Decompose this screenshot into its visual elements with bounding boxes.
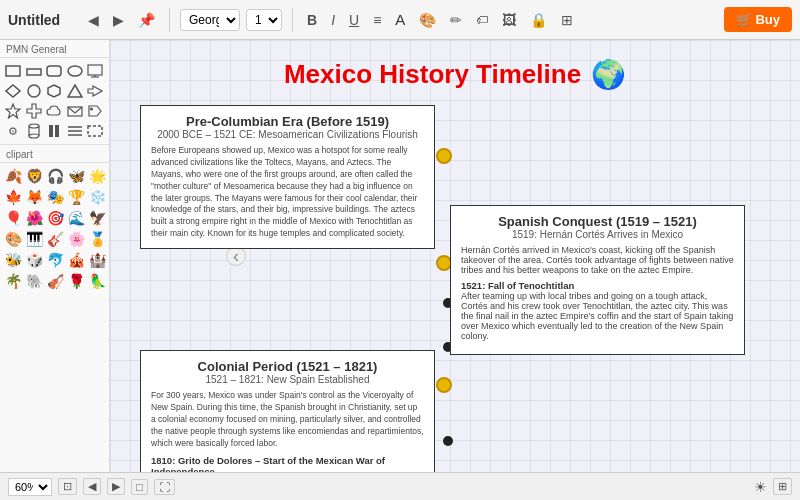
globe-icon: 🌍 [591, 58, 626, 91]
shape-mail1[interactable] [66, 102, 84, 120]
clipart-item-4[interactable]: 🦋 [67, 167, 85, 185]
shape-triangle1[interactable] [66, 82, 84, 100]
page-view-button[interactable]: □ [131, 479, 148, 495]
clipart-item-26[interactable]: 🌴 [4, 272, 22, 290]
svg-rect-1 [27, 69, 41, 75]
shape-rect2[interactable] [25, 62, 43, 80]
svg-point-18 [29, 134, 39, 138]
shape-arrow1[interactable] [86, 82, 104, 100]
clipart-item-3[interactable]: 🎧 [46, 167, 64, 185]
colonial-body1: For 300 years, Mexico was under Spain's … [151, 390, 424, 449]
clipart-item-15[interactable]: 🦅 [88, 209, 106, 227]
zoom-fit-button[interactable]: ⊡ [58, 478, 77, 495]
clipart-item-18[interactable]: 🎸 [46, 230, 64, 248]
clipart-item-12[interactable]: 🌺 [25, 209, 43, 227]
clipart-item-5[interactable]: 🌟 [88, 167, 106, 185]
clipart-item-27[interactable]: 🐘 [25, 272, 43, 290]
shape-hexagon1[interactable] [45, 82, 63, 100]
badge-button[interactable]: 🏷 [472, 11, 492, 29]
grid-button[interactable]: ⊞ [557, 10, 577, 30]
clipart-item-11[interactable]: 🎈 [4, 209, 22, 227]
clipart-item-28[interactable]: 🎻 [46, 272, 64, 290]
precolumbian-title: Pre-Columbian Era (Before 1519) [151, 114, 424, 129]
clipart-item-22[interactable]: 🎲 [25, 251, 43, 269]
underline-button[interactable]: U [345, 10, 363, 30]
redo-button[interactable]: ▶ [109, 10, 128, 30]
clipart-item-21[interactable]: 🐝 [4, 251, 22, 269]
svg-marker-11 [88, 86, 102, 96]
svg-marker-12 [6, 104, 20, 118]
shape-pause1[interactable] [45, 122, 63, 140]
svg-rect-24 [88, 126, 102, 136]
grid-toggle-button[interactable]: ⊞ [773, 478, 792, 495]
prev-page-button[interactable]: ◀ [83, 478, 101, 495]
timeline-title: Mexico History Timeline 🌍 [284, 58, 626, 91]
lock-button[interactable]: 🔒 [526, 10, 551, 30]
clipart-item-7[interactable]: 🦊 [25, 188, 43, 206]
colonial-dot-black-1 [443, 436, 453, 446]
svg-rect-4 [88, 65, 102, 75]
shape-rect1[interactable] [4, 62, 22, 80]
shape-cloud1[interactable] [45, 102, 63, 120]
canvas[interactable]: ‹ Mexico History Timeline 🌍 Pre-Columbia… [110, 40, 800, 472]
clipart-item-23[interactable]: 🐬 [46, 251, 64, 269]
shape-monitor[interactable] [86, 62, 104, 80]
pen-button[interactable]: ✏ [446, 10, 466, 30]
precolumbian-box[interactable]: Pre-Columbian Era (Before 1519) 2000 BCE… [140, 105, 435, 249]
font-family-select[interactable]: Georgia Arial Times [180, 9, 240, 31]
buy-button[interactable]: 🛒 Buy [724, 7, 792, 32]
svg-marker-7 [6, 85, 20, 97]
spanish-title: Spanish Conquest (1519 – 1521) [461, 214, 734, 229]
text-color-button[interactable]: A [391, 9, 409, 30]
clipart-item-6[interactable]: 🍁 [4, 188, 22, 206]
clipart-item-14[interactable]: 🌊 [67, 209, 85, 227]
clipart-item-29[interactable]: 🌹 [67, 272, 85, 290]
svg-marker-10 [68, 85, 82, 97]
clipart-item-9[interactable]: 🏆 [67, 188, 85, 206]
clipart-item-16[interactable]: 🎨 [4, 230, 22, 248]
zoom-select[interactable]: 60% 75% 100% 125% 150% [8, 478, 52, 496]
shape-cross1[interactable] [25, 102, 43, 120]
colonial-box[interactable]: Colonial Period (1521 – 1821) 1521 – 182… [140, 350, 435, 472]
pin-button[interactable]: 📌 [134, 10, 159, 30]
italic-button[interactable]: I [327, 10, 339, 30]
colonial-title: Colonial Period (1521 – 1821) [151, 359, 424, 374]
clipart-item-13[interactable]: 🎯 [46, 209, 64, 227]
shape-lines1[interactable] [66, 122, 84, 140]
spanish-box[interactable]: Spanish Conquest (1519 – 1521) 1519: Her… [450, 205, 745, 355]
clipart-item-10[interactable]: ❄️ [88, 188, 106, 206]
sidebar-general-label: PMN General [0, 40, 109, 58]
clipart-item-2[interactable]: 🦁 [25, 167, 43, 185]
color-fill-button[interactable]: 🎨 [415, 10, 440, 30]
spanish-body2: After teaming up with local tribes and g… [461, 291, 734, 341]
shape-circle1[interactable] [25, 82, 43, 100]
shape-rect3[interactable] [45, 62, 63, 80]
clipart-item-24[interactable]: 🎪 [67, 251, 85, 269]
clipart-item-19[interactable]: 🌸 [67, 230, 85, 248]
clipart-item-25[interactable]: 🏰 [88, 251, 106, 269]
undo-button[interactable]: ◀ [84, 10, 103, 30]
fullscreen-button[interactable]: ⛶ [154, 479, 175, 495]
next-page-button[interactable]: ▶ [107, 478, 125, 495]
font-size-select[interactable]: 12 14 16 [246, 9, 282, 31]
shape-diamond1[interactable] [4, 82, 22, 100]
clipart-item-8[interactable]: 🎭 [46, 188, 64, 206]
bold-button[interactable]: B [303, 10, 321, 30]
shape-ellipse1[interactable] [66, 62, 84, 80]
sidebar-shapes-grid: ⚙ [0, 58, 109, 144]
clipart-item-30[interactable]: 🦜 [88, 272, 106, 290]
toolbar-separator-1 [169, 8, 170, 32]
shape-tag1[interactable] [86, 102, 104, 120]
clipart-item-17[interactable]: 🎹 [25, 230, 43, 248]
clipart-item-20[interactable]: 🏅 [88, 230, 106, 248]
shape-cylinder1[interactable] [25, 122, 43, 140]
list-button[interactable]: ≡ [369, 10, 385, 30]
precolumbian-subtitle: 2000 BCE – 1521 CE: Mesoamerican Civiliz… [151, 129, 424, 140]
image-button[interactable]: 🖼 [498, 10, 520, 30]
shape-star1[interactable] [4, 102, 22, 120]
spanish-subtitle1: 1519: Hernán Cortés Arrives in Mexico [461, 229, 734, 240]
svg-rect-2 [47, 66, 61, 76]
shape-gear1[interactable]: ⚙ [4, 122, 22, 140]
clipart-item-1[interactable]: 🍂 [4, 167, 22, 185]
shape-rect4[interactable] [86, 122, 104, 140]
